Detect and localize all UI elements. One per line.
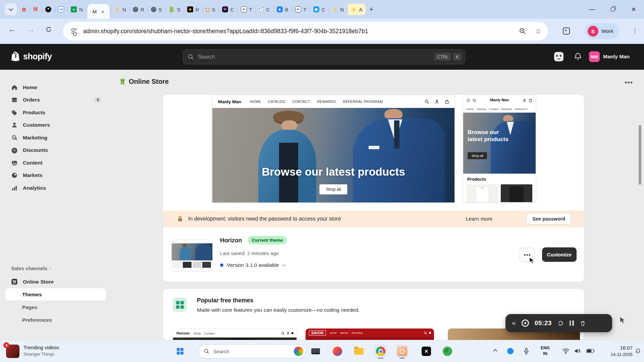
taskbar-app-x[interactable]: ×: [420, 345, 433, 358]
bookmark-star-icon[interactable]: ☆: [535, 27, 541, 35]
pinned-tab[interactable]: M: [29, 4, 42, 15]
sidebar-item-themes[interactable]: Themes: [5, 288, 106, 301]
mobile-nav-link[interactable]: Contact: [489, 108, 498, 111]
taskbar-app-device[interactable]: [309, 345, 322, 358]
store-nav-link[interactable]: REFERRAL PROGRAM: [343, 100, 383, 104]
record-indicator-icon[interactable]: [522, 319, 529, 327]
store-nav-link[interactable]: CONTACT: [292, 100, 310, 104]
account-menu[interactable]: MM Manly Man: [589, 51, 630, 62]
sidebar-item-orders[interactable]: Orders4: [5, 94, 106, 106]
sidebar-item-online-store[interactable]: Online Store: [5, 276, 106, 288]
customize-button[interactable]: Customize: [542, 247, 577, 262]
pinned-tab[interactable]: +T: [237, 4, 256, 15]
widget-subtitle[interactable]: Stranger Things: [23, 352, 54, 357]
active-tab[interactable]: M×: [87, 4, 110, 19]
screen-recorder-toolbar[interactable]: « 05:23: [505, 314, 612, 332]
collapse-icon[interactable]: «: [512, 319, 516, 327]
browser-profile-chip[interactable]: S Work: [585, 23, 619, 39]
close-button[interactable]: ✕: [623, 0, 644, 19]
extensions-icon[interactable]: [563, 27, 570, 35]
store-nav-link[interactable]: HOME: [250, 100, 261, 104]
mobile-nav-link[interactable]: Referral Pr: [515, 108, 528, 111]
pinned-tab[interactable]: ⚡N: [329, 4, 347, 15]
selection-tool-icon[interactable]: [619, 316, 626, 324]
pinned-tab[interactable]: 14: [55, 4, 67, 15]
see-password-button[interactable]: See password: [526, 213, 571, 225]
pinned-tab[interactable]: C: [310, 4, 329, 15]
mobile-nav-link[interactable]: Home: [467, 108, 474, 111]
pinned-tab[interactable]: [19, 4, 29, 15]
pinned-tab[interactable]: ⚡N: [111, 4, 129, 15]
mobile-nav-link[interactable]: Rewards: [501, 108, 512, 111]
desktop-store-preview[interactable]: Manly Man HOMECATALOGCONTACTREWARDSREFER…: [212, 95, 454, 202]
sidebar-item-analytics[interactable]: Analytics: [5, 182, 106, 194]
shopify-logo[interactable]: shopify: [11, 51, 52, 61]
pinned-tab[interactable]: +C: [256, 4, 273, 15]
sales-channels-heading[interactable]: Sales channels›: [11, 265, 51, 271]
pinned-tab[interactable]: S: [203, 4, 219, 15]
taskbar-app-chrome[interactable]: [374, 345, 387, 358]
tray-expand-chevron-icon[interactable]: [493, 349, 497, 353]
sidebar-item-discounts[interactable]: Discounts: [5, 144, 106, 157]
pinned-tab[interactable]: +T: [292, 4, 310, 15]
reload-button[interactable]: [45, 26, 52, 35]
taskbar-app-file-explorer[interactable]: [353, 345, 365, 358]
store-nav-link[interactable]: CATALOG: [268, 100, 285, 104]
pinned-tab[interactable]: S: [148, 4, 165, 15]
pinned-tab[interactable]: MC: [219, 4, 237, 15]
tray-blue-app-icon[interactable]: [507, 348, 514, 354]
taskbar-app-browser2[interactable]: [331, 345, 344, 358]
widget-title[interactable]: Trending videos: [23, 345, 59, 350]
sidebar-item-preferences[interactable]: Preferences: [5, 314, 106, 326]
pinned-tab[interactable]: R: [129, 4, 148, 15]
sidebar-item-pages[interactable]: Pages: [5, 301, 106, 313]
sidebar-item-customers[interactable]: Customers: [5, 119, 106, 131]
store-nav-link[interactable]: REWARDS: [317, 100, 336, 104]
pinned-tab[interactable]: *: [42, 4, 55, 15]
restart-recording-icon[interactable]: [557, 320, 564, 326]
mobile-shop-all-button[interactable]: Shop all: [468, 152, 487, 159]
pinned-tab[interactable]: ⚡A: [347, 4, 366, 15]
notifications-icon[interactable]: [635, 348, 641, 354]
sidekick-icon[interactable]: [554, 52, 564, 61]
minimize-button[interactable]: —: [582, 0, 602, 19]
delete-recording-icon[interactable]: [580, 320, 586, 326]
page-scrollbar[interactable]: [639, 125, 641, 185]
new-tab-button[interactable]: +: [369, 5, 373, 14]
pinned-tab[interactable]: ◆R: [184, 4, 203, 15]
taskbar-app-plant[interactable]: [441, 345, 454, 358]
taskbar-search[interactable]: Search: [198, 344, 306, 358]
back-button[interactable]: ←: [8, 25, 16, 34]
address-bar[interactable]: admin.shopify.com/store/shubham-nector-s…: [63, 22, 548, 41]
zoom-out-icon[interactable]: [519, 27, 526, 35]
sidebar-item-markets[interactable]: $Markets: [5, 169, 106, 182]
url-text[interactable]: admin.shopify.com/store/shubham-nector-s…: [83, 28, 368, 35]
admin-search-bar[interactable]: Search CTRL K: [183, 49, 465, 64]
sidebar-item-content[interactable]: Content: [5, 157, 106, 169]
sidebar-item-products[interactable]: Products: [5, 106, 106, 119]
browser-menu-icon[interactable]: ⋮: [632, 27, 638, 35]
theme-thumbnail[interactable]: [171, 240, 213, 272]
sidebar-item-home[interactable]: Home: [5, 81, 106, 94]
notifications-bell-icon[interactable]: [574, 53, 582, 61]
taskbar-clock[interactable]: 16:07 14-11-2025: [599, 345, 633, 358]
windows-start-button[interactable]: [177, 348, 183, 355]
tab-search-chevron-button[interactable]: [5, 3, 17, 15]
shop-all-button[interactable]: Shop all: [319, 184, 347, 194]
battery-icon[interactable]: [586, 349, 594, 353]
forward-button[interactable]: →: [27, 25, 35, 34]
site-info-icon[interactable]: [71, 29, 77, 34]
page-more-actions-button[interactable]: •••: [625, 78, 633, 86]
learn-more-link[interactable]: Learn more: [466, 216, 492, 222]
restore-button[interactable]: [602, 0, 623, 19]
taskbar-app-recorder[interactable]: [396, 345, 409, 358]
pause-recording-icon[interactable]: [570, 320, 574, 326]
mobile-nav-link[interactable]: Catalog: [477, 108, 486, 111]
microphone-icon[interactable]: [523, 348, 529, 355]
tab-close-icon[interactable]: ×: [101, 9, 104, 14]
free-theme-thumbnail-savor[interactable]: SAVOR SHOPABOUTRECIPES: [306, 328, 434, 340]
language-indicator[interactable]: ENG IN: [541, 345, 550, 357]
pinned-tab[interactable]: +N: [67, 4, 86, 15]
speaker-icon[interactable]: [574, 348, 581, 354]
mobile-store-preview[interactable]: Manly Man HomeCatalogContactRewardsRefer…: [463, 95, 536, 202]
